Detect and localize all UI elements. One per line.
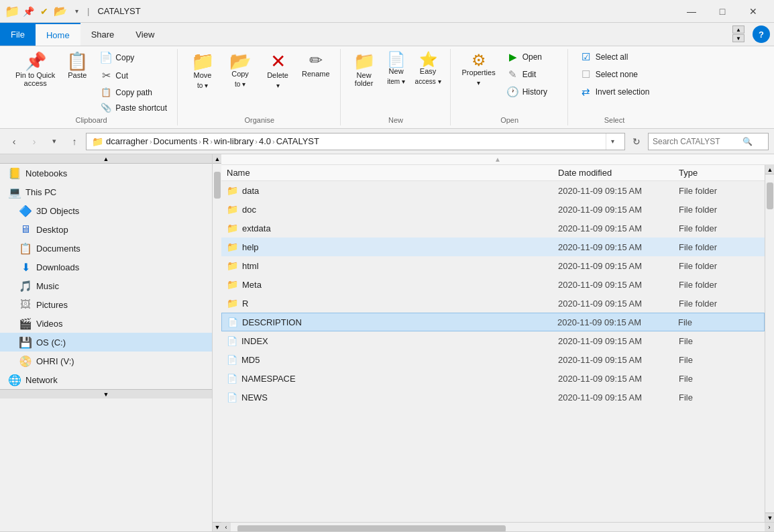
copy-to-button[interactable]: 📂 Copy to ▾: [222, 49, 258, 89]
nav-up-button[interactable]: ↑: [66, 133, 83, 150]
table-row[interactable]: 📄 NAMESPACE 2020-11-09 09:15 AM File: [221, 369, 765, 388]
search-input[interactable]: [653, 137, 740, 146]
table-row[interactable]: 📁 extdata 2020-11-09 09:15 AM File folde…: [221, 219, 765, 237]
breadcrumb-item-1[interactable]: Documents: [154, 136, 198, 146]
table-row[interactable]: 📁 doc 2020-11-09 09:15 AM File folder: [221, 200, 765, 219]
move-to-dropdown[interactable]: to ▾: [184, 81, 221, 91]
properties-dropdown[interactable]: ▾: [457, 78, 500, 88]
videos-icon: 🎬: [19, 317, 32, 330]
hscroll-left-btn[interactable]: ‹: [221, 523, 231, 531]
cut-button[interactable]: ✂ Cut: [95, 67, 172, 84]
sidebar-item-ohriv[interactable]: 📀 OHRI (V:): [0, 352, 212, 370]
sidebar-item-osc[interactable]: 💾 OS (C:): [0, 333, 212, 352]
sidebar-item-downloads[interactable]: ⬇ Downloads: [0, 258, 212, 276]
move-to-button[interactable]: 📁 Move to ▾: [184, 49, 221, 91]
sidebar-item-music[interactable]: 🎵 Music: [0, 276, 212, 295]
table-row[interactable]: 📁 Meta 2020-11-09 09:15 AM File folder: [221, 275, 765, 294]
invert-selection-button[interactable]: ⇄ Invert selection: [575, 84, 655, 100]
nav-recent-button[interactable]: ▾: [46, 133, 63, 150]
table-row[interactable]: 📁 html 2020-11-09 09:15 AM File folder: [221, 256, 765, 275]
breadcrumb-item-3[interactable]: win-library: [214, 136, 254, 146]
table-row[interactable]: 📄 NEWS 2020-11-09 09:15 AM File: [221, 388, 765, 407]
sidebar-vscroll-up[interactable]: ▲: [213, 154, 222, 164]
easy-access-button[interactable]: ⭐ Easy access ▾: [412, 49, 445, 87]
nav-refresh-button[interactable]: ↻: [628, 133, 645, 150]
file-vscroll-up[interactable]: ▲: [765, 165, 774, 174]
table-row[interactable]: 📄 DESCRIPTION 2020-11-09 09:15 AM File: [221, 313, 765, 331]
sidebar-scroll-up[interactable]: ▲: [0, 154, 212, 164]
history-button[interactable]: 🕐 History: [502, 84, 562, 100]
table-row[interactable]: 📁 data 2020-11-09 09:15 AM File folder: [221, 181, 765, 200]
new-folder-button[interactable]: 📁 New folder: [347, 49, 381, 91]
table-row[interactable]: 📄 MD5 2020-11-09 09:15 AM File: [221, 350, 765, 369]
ribbon-collapse-up[interactable]: ▲: [732, 25, 744, 34]
properties-button[interactable]: ⚙ Properties ▾: [457, 49, 500, 88]
sidebar-vscroll-down[interactable]: ▼: [213, 522, 222, 531]
address-dropdown-button[interactable]: ▾: [606, 134, 619, 150]
delete-button[interactable]: ✕ Delete ▾: [260, 49, 296, 91]
tab-home[interactable]: Home: [36, 23, 80, 46]
table-row[interactable]: 📄 INDEX 2020-11-09 09:15 AM File: [221, 331, 765, 350]
ribbon-help-button[interactable]: ?: [753, 25, 770, 43]
sidebar-item-notebooks[interactable]: 📒 Notebooks: [0, 164, 212, 182]
file-name: extdata: [242, 223, 558, 233]
select-none-button[interactable]: ☐ Select none: [575, 66, 655, 83]
open-button[interactable]: ▶ Open: [502, 49, 562, 65]
file-type: File: [679, 355, 759, 365]
pin-to-quick-access-button[interactable]: 📌 Pin to Quick access: [11, 49, 60, 91]
breadcrumb-item-4[interactable]: 4.0: [259, 136, 271, 146]
tab-file[interactable]: File: [0, 23, 36, 46]
col-type-header[interactable]: Type: [679, 168, 759, 178]
sidebar-item-thispc[interactable]: 💻 This PC: [0, 182, 212, 201]
search-icon[interactable]: 🔍: [742, 137, 753, 146]
nav-forward-button[interactable]: ›: [25, 133, 43, 150]
breadcrumb-item-2[interactable]: R: [203, 136, 209, 146]
edit-button[interactable]: ✎ Edit: [502, 66, 562, 83]
col-name-header[interactable]: Name: [227, 168, 558, 178]
downloads-label: Downloads: [36, 262, 79, 272]
table-row[interactable]: 📁 help 2020-11-09 09:15 AM File folder: [221, 237, 765, 256]
new-item-button[interactable]: 📄 New item ▾: [382, 49, 410, 87]
nav-back-button[interactable]: ‹: [5, 133, 23, 150]
hscroll-right-btn[interactable]: ›: [765, 523, 774, 531]
sidebar-vscroll-thumb[interactable]: [214, 172, 221, 199]
file-date: 2020-11-09 09:15 AM: [558, 299, 679, 309]
hscroll-thumb[interactable]: [237, 525, 506, 531]
minimize-button[interactable]: —: [676, 0, 707, 23]
new-item-dropdown[interactable]: item ▾: [382, 76, 410, 87]
file-type: File folder: [679, 280, 759, 290]
ribbon-collapse-down[interactable]: ▼: [732, 34, 744, 42]
select-all-button[interactable]: ☑ Select all: [575, 49, 655, 65]
file-vscroll-down[interactable]: ▼: [765, 513, 774, 522]
copy-button[interactable]: 📄 Copy: [95, 49, 172, 66]
rename-button[interactable]: ✏ Rename: [297, 49, 335, 81]
tab-share[interactable]: Share: [80, 23, 125, 46]
search-bar[interactable]: 🔍: [648, 133, 769, 150]
copy-path-button[interactable]: 📋 Copy path: [95, 85, 172, 99]
paste-button[interactable]: 📋 Paste: [61, 49, 93, 83]
sidebar-item-pictures[interactable]: 🖼 Pictures: [0, 295, 212, 314]
breadcrumb-item-5[interactable]: CATALYST: [276, 136, 319, 146]
close-button[interactable]: ✕: [738, 0, 769, 23]
breadcrumb-item-0[interactable]: dcarragher: [106, 136, 148, 146]
move-to-icon: 📁: [191, 52, 215, 71]
col-date-header[interactable]: Date modified: [558, 168, 679, 178]
sidebar-item-desktop[interactable]: 🖥 Desktop: [0, 220, 212, 239]
maximize-button[interactable]: □: [707, 0, 738, 23]
breadcrumb-sep-3: ›: [255, 138, 258, 146]
sidebar-item-network[interactable]: 🌐 Network: [0, 370, 212, 389]
sidebar-scroll-down[interactable]: ▼: [0, 389, 212, 398]
address-bar[interactable]: 📁 dcarragher › Documents › R › win-libra…: [86, 133, 625, 150]
sidebar-item-3dobjects[interactable]: 🔷 3D Objects: [0, 201, 212, 220]
file-folder-icon: 📁: [227, 298, 238, 309]
sidebar-item-videos[interactable]: 🎬 Videos: [0, 314, 212, 333]
table-row[interactable]: 📁 R 2020-11-09 09:15 AM File folder: [221, 294, 765, 313]
copy-to-dropdown[interactable]: to ▾: [222, 79, 258, 89]
delete-dropdown[interactable]: ▾: [260, 81, 296, 91]
paste-shortcut-button[interactable]: 📎 Paste shortcut: [95, 101, 172, 115]
file-vscroll-thumb[interactable]: [767, 182, 773, 209]
easy-access-dropdown[interactable]: access ▾: [412, 76, 445, 87]
file-vscroll: ▲ ▼: [765, 165, 774, 522]
sidebar-item-documents[interactable]: 📋 Documents: [0, 239, 212, 258]
tab-view[interactable]: View: [125, 23, 165, 46]
